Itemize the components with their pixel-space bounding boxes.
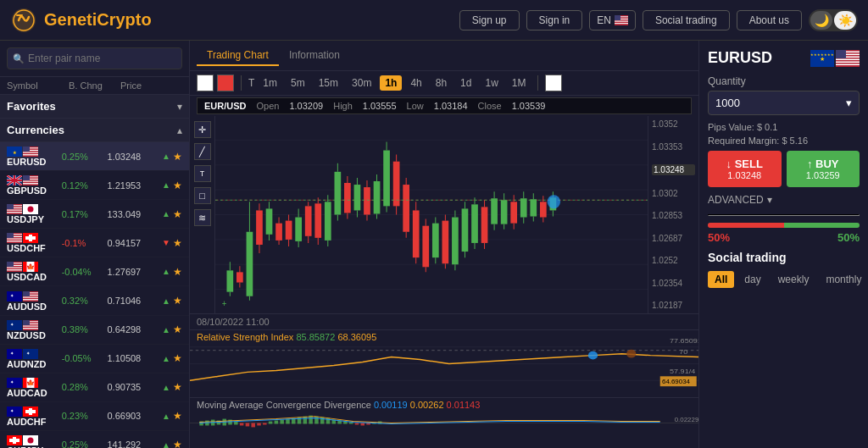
dark-theme-button[interactable]: 🌙	[810, 11, 832, 30]
svg-rect-203	[471, 204, 478, 243]
timeframe-1d[interactable]: 1d	[455, 75, 476, 91]
svg-rect-131	[236, 272, 243, 282]
favorite-star[interactable]: ★	[173, 381, 182, 393]
svg-rect-252	[246, 423, 250, 427]
pair-symbol: ✦ NZDUSD	[7, 319, 62, 340]
svg-rect-103	[7, 378, 22, 388]
direction-arrow: ▲	[162, 440, 170, 448]
favorite-star[interactable]: ★	[173, 295, 182, 307]
tool-line[interactable]: ╱	[194, 143, 211, 160]
favorite-star[interactable]: ★	[173, 237, 182, 249]
svg-rect-209	[491, 198, 498, 224]
svg-rect-38	[23, 182, 38, 183]
tab-trading-chart[interactable]: Trading Chart	[197, 46, 279, 66]
tool-box[interactable]: □	[194, 187, 211, 204]
social-trading-nav-button[interactable]: Social trading	[643, 10, 730, 30]
timeframe-1h[interactable]: 1h	[380, 75, 402, 91]
col-change-header: B. Chng	[69, 80, 120, 91]
list-item[interactable]: GBPUSD 0.12% 1.21953 ▲ ★	[0, 171, 189, 200]
pair-symbol: CHFJPY	[7, 434, 62, 448]
signup-button[interactable]: Sign up	[459, 10, 520, 30]
pair-price: 1.21953	[107, 180, 162, 191]
pair-price: 0.71046	[107, 296, 162, 306]
timeframe-4h[interactable]: 4h	[405, 75, 426, 91]
currency-list: ★ EURUSD 0.25% 1.03248 ▲ ★ GBPUSD 0.12% …	[0, 142, 189, 448]
period-monthly[interactable]: monthly	[819, 271, 868, 288]
sidebar: 🔍 Symbol B. Chng Price Favorites ▾ Curre…	[0, 41, 190, 448]
favorite-star[interactable]: ★	[173, 151, 182, 163]
list-item[interactable]: ✦🍁 AUDCAD 0.28% 0.90735 ▲ ★	[0, 373, 189, 402]
list-item[interactable]: ✦ NZDUSD 0.38% 0.64298 ▲ ★	[0, 316, 189, 345]
pair-price: 1.10508	[107, 353, 162, 363]
quantity-label: Quantity	[708, 75, 860, 87]
svg-rect-179	[393, 162, 400, 207]
search-box: 🔍	[0, 41, 189, 77]
buy-price: 1.03259	[790, 170, 857, 180]
pair-symbol: ✦🍁 AUDCAD	[7, 377, 62, 398]
period-weekly[interactable]: weekly	[771, 271, 816, 288]
tool-fib[interactable]: ≋	[194, 209, 211, 226]
favorite-star[interactable]: ★	[173, 410, 182, 422]
list-item[interactable]: ✦ AUDUSD 0.32% 0.71046 ▲ ★	[0, 286, 189, 315]
pair-flags	[7, 204, 38, 214]
period-day[interactable]: day	[737, 271, 767, 288]
svg-point-236	[588, 351, 598, 360]
tool-text[interactable]: T	[194, 165, 211, 182]
timeframe-8h[interactable]: 8h	[431, 75, 452, 91]
price-level-6: 1.0252	[652, 256, 695, 265]
search-icon: 🔍	[13, 53, 25, 64]
pair-flags: ✦✦	[7, 349, 38, 359]
light-theme-button[interactable]: ☀️	[834, 11, 856, 30]
advanced-toggle[interactable]: ADVANCED ▾	[708, 194, 860, 206]
pair-price: 0.90735	[107, 382, 162, 392]
timeframe-15m[interactable]: 15m	[314, 75, 343, 91]
list-item[interactable]: USDJPY 0.17% 133.049 ▲ ★	[0, 200, 189, 229]
list-item[interactable]: ✦✦ AUDNZD -0.05% 1.10508 ▲ ★	[0, 345, 189, 373]
favorite-star[interactable]: ★	[173, 180, 182, 191]
favorite-star[interactable]: ★	[173, 352, 182, 364]
list-item[interactable]: CHFJPY 0.25% 141.292 ▲ ★	[0, 431, 189, 448]
section-favorites[interactable]: Favorites ▾	[0, 95, 189, 119]
list-item[interactable]: 🍁 USDCAD -0.04% 1.27697 ▲ ★	[0, 257, 189, 286]
favorite-star[interactable]: ★	[173, 324, 182, 335]
pair-change: 0.23%	[62, 411, 108, 421]
sentiment-sell-pct: 50%	[708, 231, 730, 244]
svg-rect-40	[23, 175, 30, 180]
sentiment-sell-bar	[708, 223, 784, 228]
toolbar-extra-btn[interactable]	[545, 75, 562, 91]
search-input[interactable]	[7, 47, 182, 69]
color-picker-white[interactable]	[197, 75, 214, 91]
col-price-header: Price	[120, 80, 182, 91]
section-currencies[interactable]: Currencies ▴	[0, 119, 189, 142]
quantity-select[interactable]: 1000 ▾	[708, 91, 860, 115]
timeframe-1M[interactable]: 1M	[507, 75, 531, 91]
period-all[interactable]: All	[708, 271, 734, 288]
buy-button[interactable]: ↑ BUY 1.03259	[787, 151, 860, 187]
timeframe-1w[interactable]: 1w	[480, 75, 503, 91]
timeframe-30m[interactable]: 30m	[347, 75, 376, 91]
toolbar-separator	[241, 75, 242, 91]
favorite-star[interactable]: ★	[173, 208, 182, 220]
favorite-star[interactable]: ★	[173, 439, 182, 448]
tab-information[interactable]: Information	[279, 46, 350, 66]
list-item[interactable]: ★ EURUSD 0.25% 1.03248 ▲ ★	[0, 142, 189, 171]
price-level-8: 1.02187	[652, 301, 695, 310]
svg-rect-70	[7, 268, 22, 269]
language-button[interactable]: EN	[589, 10, 636, 30]
color-picker-red[interactable]	[217, 75, 234, 91]
chart-main-wrapper: ✛ ╱ T □ ≋	[190, 116, 698, 313]
list-item[interactable]: USDCHF -0.1% 0.94157 ▼ ★	[0, 229, 189, 257]
sell-button[interactable]: ↓ SELL 1.03248	[708, 151, 782, 187]
pair-symbol: ✦ AUDCHF	[7, 406, 62, 427]
timeframe-5m[interactable]: 5m	[286, 75, 310, 91]
pips-value-info: Pips Value: $ 0.1	[708, 122, 860, 132]
timeframe-1m[interactable]: 1m	[258, 75, 282, 91]
pair-symbol: USDJPY	[7, 203, 62, 224]
svg-point-237	[626, 350, 636, 358]
about-button[interactable]: About us	[737, 10, 802, 30]
favorite-star[interactable]: ★	[173, 266, 182, 278]
tool-crosshair[interactable]: ✛	[194, 121, 211, 138]
list-item[interactable]: ✦ AUDCHF 0.23% 0.66903 ▲ ★	[0, 402, 189, 431]
signin-button[interactable]: Sign in	[526, 10, 583, 30]
social-trading-panel-label: Social trading	[708, 251, 860, 264]
